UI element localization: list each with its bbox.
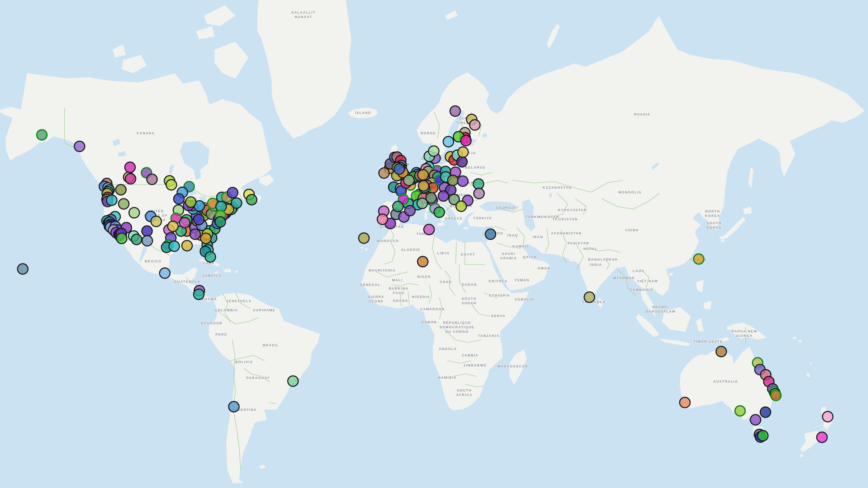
map-marker[interactable] <box>168 240 180 252</box>
map-marker[interactable] <box>428 145 439 157</box>
map-marker[interactable] <box>173 193 185 205</box>
map-marker[interactable] <box>181 240 193 252</box>
landmass-sumatra <box>636 314 659 337</box>
map-marker[interactable] <box>142 235 153 247</box>
landmass-japan <box>719 217 746 239</box>
map-marker[interactable] <box>485 228 496 240</box>
map-marker[interactable] <box>17 263 29 275</box>
map-marker[interactable] <box>423 224 435 235</box>
map-marker[interactable] <box>189 228 201 240</box>
map-marker[interactable] <box>417 256 429 267</box>
landmass-greenland <box>257 0 351 138</box>
map-marker[interactable] <box>457 147 469 158</box>
map-marker[interactable] <box>469 119 480 131</box>
map-marker[interactable] <box>584 291 595 303</box>
map-marker[interactable] <box>358 232 370 244</box>
map-marker[interactable] <box>473 188 485 199</box>
map-marker[interactable] <box>816 431 828 443</box>
map-marker[interactable] <box>131 234 142 245</box>
map-marker[interactable] <box>228 401 240 413</box>
map-marker[interactable] <box>116 233 127 244</box>
map-marker[interactable] <box>457 175 468 187</box>
map-marker[interactable] <box>227 187 238 198</box>
map-marker[interactable] <box>167 221 179 232</box>
map-marker[interactable] <box>757 430 769 442</box>
map-marker[interactable] <box>438 190 449 202</box>
map-marker[interactable] <box>418 180 429 192</box>
landmass-sri-lanka <box>598 298 603 308</box>
map-marker[interactable] <box>443 136 454 148</box>
map-marker[interactable] <box>394 163 405 175</box>
map-marker[interactable] <box>403 174 415 186</box>
map-marker[interactable] <box>74 141 85 152</box>
map-marker[interactable] <box>734 405 746 417</box>
map-marker[interactable] <box>693 253 705 265</box>
map-marker[interactable] <box>124 162 136 173</box>
map-marker[interactable] <box>205 251 216 263</box>
map-marker[interactable] <box>125 173 136 185</box>
map-marker[interactable] <box>193 289 205 300</box>
map-marker[interactable] <box>715 346 727 357</box>
map-marker[interactable] <box>287 375 299 387</box>
map-marker[interactable] <box>159 267 170 279</box>
map-marker[interactable] <box>770 390 782 401</box>
landmass-new-guinea <box>733 323 767 340</box>
map-marker[interactable] <box>377 214 388 225</box>
landmass-iceland <box>348 108 378 118</box>
map-marker[interactable] <box>760 406 771 418</box>
map-marker[interactable] <box>115 184 127 196</box>
map-marker[interactable] <box>165 179 177 191</box>
map-marker[interactable] <box>36 129 48 141</box>
map-marker[interactable] <box>179 217 190 228</box>
landmass-java <box>659 338 691 346</box>
map-marker[interactable] <box>679 397 691 408</box>
map-marker[interactable] <box>200 233 212 244</box>
map-marker[interactable] <box>146 173 158 185</box>
map-marker[interactable] <box>450 105 461 117</box>
landmass-borneo <box>662 307 691 332</box>
map-marker[interactable] <box>193 214 205 225</box>
map-marker[interactable] <box>118 198 129 209</box>
map-marker[interactable] <box>404 205 416 217</box>
map-marker[interactable] <box>456 200 467 212</box>
landmass-madagascar <box>509 350 527 385</box>
landmass-south-america <box>209 293 320 484</box>
map-marker[interactable] <box>106 194 118 206</box>
map-marker[interactable] <box>425 192 437 204</box>
map-marker[interactable] <box>433 206 445 218</box>
map-marker[interactable] <box>822 411 834 422</box>
map-marker[interactable] <box>185 196 196 208</box>
map-marker[interactable] <box>128 207 140 219</box>
map-marker[interactable] <box>417 169 429 181</box>
map-marker[interactable] <box>460 135 472 147</box>
map-marker[interactable] <box>246 194 257 205</box>
map-marker[interactable] <box>392 201 404 212</box>
world-map-canvas[interactable]: KALAALLIT NUNAATCANADARUSSIAÍSLANDNORGES… <box>0 0 868 488</box>
map-marker[interactable] <box>215 216 226 228</box>
map-marker[interactable] <box>750 414 761 426</box>
landmass-sulawesi <box>696 318 704 332</box>
map-marker[interactable] <box>150 216 162 227</box>
